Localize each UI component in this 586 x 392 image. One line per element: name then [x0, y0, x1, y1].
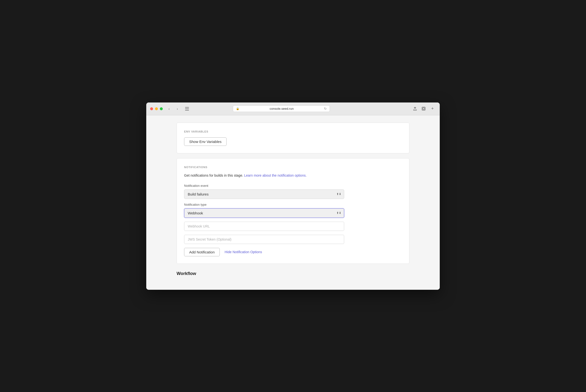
address-bar[interactable]: 🔒 console.seed.run ↻ [233, 106, 330, 112]
notifications-description: Get notifications for builds in this sta… [184, 173, 402, 178]
lock-icon: 🔒 [236, 107, 239, 110]
add-notification-button[interactable]: Add Notification [184, 248, 220, 256]
traffic-lights [150, 107, 163, 110]
share-button[interactable] [412, 106, 418, 112]
notifications-label: NOTIFICATIONS [184, 166, 402, 168]
notification-type-label: Notification type [184, 203, 402, 206]
svg-rect-1 [185, 108, 189, 109]
svg-rect-2 [185, 110, 189, 110]
env-variables-section: ENV VARIABLES Show Env Variables [177, 122, 409, 153]
action-row: Add Notification Hide Notification Optio… [184, 248, 402, 256]
notification-type-select[interactable]: Webhook Email Slack [184, 208, 344, 218]
learn-more-link[interactable]: Learn more about the notification option… [244, 174, 307, 177]
tab-button[interactable] [420, 106, 427, 112]
notification-event-group: Notification event Build failures All bu… [184, 184, 402, 199]
env-variables-label: ENV VARIABLES [184, 130, 402, 133]
notification-type-group: Notification type Webhook Email Slack ⬆⬇ [184, 203, 402, 218]
forward-button[interactable]: › [174, 106, 181, 112]
reload-button[interactable]: ↻ [324, 107, 327, 110]
maximize-button[interactable] [160, 107, 163, 110]
webhook-url-input[interactable] [184, 222, 344, 231]
close-button[interactable] [150, 107, 153, 110]
svg-rect-3 [422, 107, 425, 110]
jws-token-group [184, 235, 402, 244]
notifications-section: NOTIFICATIONS Get notifications for buil… [177, 158, 409, 264]
browser-window: ‹ › 🔒 console.seed.run ↻ [146, 102, 440, 290]
minimize-button[interactable] [155, 107, 158, 110]
sidebar-toggle-button[interactable] [184, 106, 190, 112]
show-env-variables-button[interactable]: Show Env Variables [184, 137, 226, 146]
page-content: ENV VARIABLES Show Env Variables NOTIFIC… [172, 115, 414, 286]
nav-buttons: ‹ › [166, 106, 181, 112]
browser-content: ENV VARIABLES Show Env Variables NOTIFIC… [146, 115, 440, 290]
jws-token-input[interactable] [184, 235, 344, 244]
browser-titlebar: ‹ › 🔒 console.seed.run ↻ [146, 102, 440, 115]
svg-rect-4 [423, 108, 424, 110]
new-tab-button[interactable]: + [429, 106, 436, 112]
browser-actions: + [412, 106, 436, 112]
hide-notification-options-link[interactable]: Hide Notification Options [225, 250, 262, 254]
notification-event-select[interactable]: Build failures All builds Build successe… [184, 190, 344, 199]
svg-rect-0 [185, 107, 189, 108]
back-button[interactable]: ‹ [166, 106, 172, 112]
workflow-title: Workflow [177, 271, 409, 276]
webhook-url-group [184, 222, 402, 231]
notification-event-wrapper: Build failures All builds Build successe… [184, 190, 344, 199]
notification-type-wrapper: Webhook Email Slack ⬆⬇ [184, 208, 344, 218]
notification-event-label: Notification event [184, 184, 402, 188]
workflow-section: Workflow [177, 269, 409, 278]
url-text: console.seed.run [241, 107, 323, 110]
